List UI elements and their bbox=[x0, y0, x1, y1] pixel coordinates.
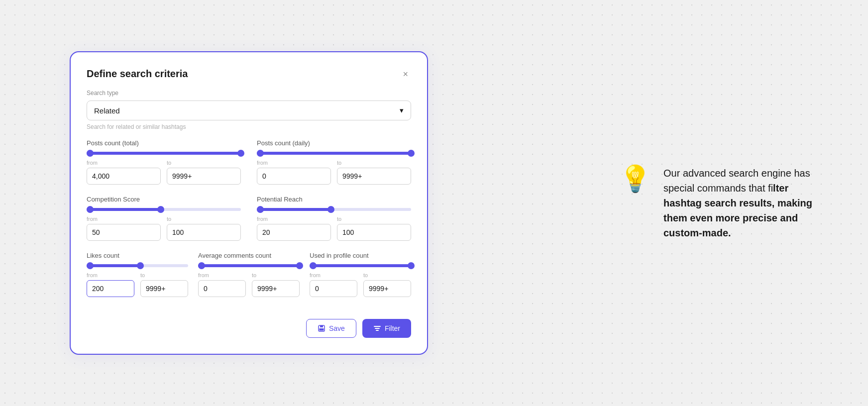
competition-from-group: from bbox=[87, 216, 161, 241]
profile-thumb-left[interactable] bbox=[310, 262, 317, 269]
three-col-row: Likes count from to Average comments cou… bbox=[87, 252, 411, 308]
posts-daily-thumb-left[interactable] bbox=[257, 150, 264, 157]
posts-daily-to-group: to bbox=[337, 160, 411, 185]
posts-total-thumb-left[interactable] bbox=[87, 150, 94, 157]
posts-daily-from-label: from bbox=[257, 160, 331, 166]
save-icon bbox=[318, 324, 326, 332]
likes-range-inputs: from to bbox=[87, 272, 188, 297]
posts-total-to-group: to bbox=[167, 160, 241, 185]
likes-from-label: from bbox=[87, 272, 134, 278]
comments-fill bbox=[198, 264, 300, 267]
posts-total-thumb-right[interactable] bbox=[237, 150, 244, 157]
comments-thumb-right[interactable] bbox=[296, 262, 303, 269]
comments-from-label: from bbox=[198, 272, 246, 278]
likes-fill bbox=[87, 264, 140, 267]
comments-from-group: from bbox=[198, 272, 246, 297]
footer-buttons: Save Filter bbox=[87, 319, 411, 338]
save-button[interactable]: Save bbox=[306, 319, 356, 338]
comments-range-inputs: from to bbox=[198, 272, 300, 297]
profile-from-group: from bbox=[310, 272, 357, 297]
search-type-value: Related bbox=[94, 106, 120, 115]
comments-to-input[interactable] bbox=[252, 280, 300, 297]
reach-to-label: to bbox=[337, 216, 411, 222]
posts-total-from-group: from bbox=[87, 160, 161, 185]
reach-thumb-right[interactable] bbox=[327, 206, 334, 213]
svg-rect-1 bbox=[320, 325, 323, 327]
modal: Define search criteria × Search type Rel… bbox=[70, 51, 428, 355]
competition-to-input[interactable] bbox=[167, 224, 241, 241]
save-label: Save bbox=[329, 324, 345, 332]
posts-daily-from-group: from bbox=[257, 160, 331, 185]
likes-slider[interactable] bbox=[87, 264, 188, 267]
comments-to-label: to bbox=[252, 272, 300, 278]
competition-thumb-left[interactable] bbox=[87, 206, 94, 213]
posts-daily-section: Posts count (daily) from to bbox=[257, 139, 411, 185]
competition-thumb-right[interactable] bbox=[157, 206, 164, 213]
close-button[interactable]: × bbox=[400, 69, 411, 80]
competition-from-label: from bbox=[87, 216, 161, 222]
posts-daily-thumb-right[interactable] bbox=[408, 150, 415, 157]
posts-daily-to-label: to bbox=[337, 160, 411, 166]
posts-total-slider[interactable] bbox=[87, 152, 241, 155]
reach-section: Potential Reach from to bbox=[257, 196, 411, 241]
reach-fill bbox=[257, 208, 331, 211]
sidebar-info: 💡 Our advanced search engine has special… bbox=[619, 166, 828, 240]
competition-label: Competition Score bbox=[87, 196, 241, 203]
reach-thumb-left[interactable] bbox=[257, 206, 264, 213]
comments-label: Average comments count bbox=[198, 252, 300, 259]
filter-button[interactable]: Filter bbox=[362, 319, 411, 338]
profile-thumb-right[interactable] bbox=[408, 262, 415, 269]
competition-section: Competition Score from to bbox=[87, 196, 241, 241]
profile-range-inputs: from to bbox=[310, 272, 411, 297]
sidebar-description: Our advanced search engine has special c… bbox=[663, 166, 828, 240]
profile-fill bbox=[310, 264, 411, 267]
chevron-down-icon: ▾ bbox=[400, 106, 404, 115]
reach-to-input[interactable] bbox=[337, 224, 411, 241]
competition-to-label: to bbox=[167, 216, 241, 222]
posts-total-from-label: from bbox=[87, 160, 161, 166]
posts-total-fill bbox=[87, 152, 241, 155]
posts-daily-to-input[interactable] bbox=[337, 168, 411, 185]
competition-fill bbox=[87, 208, 161, 211]
profile-from-input[interactable] bbox=[310, 280, 357, 297]
profile-slider[interactable] bbox=[310, 264, 411, 267]
search-type-dropdown[interactable]: Related ▾ bbox=[87, 101, 411, 120]
posts-total-from-input[interactable] bbox=[87, 168, 161, 185]
profile-label: Used in profile count bbox=[310, 252, 411, 259]
posts-daily-range-inputs: from to bbox=[257, 160, 411, 185]
posts-daily-fill bbox=[257, 152, 411, 155]
svg-rect-2 bbox=[319, 328, 324, 331]
likes-to-label: to bbox=[140, 272, 188, 278]
posts-daily-slider[interactable] bbox=[257, 152, 411, 155]
likes-from-input[interactable] bbox=[87, 280, 134, 297]
competition-to-group: to bbox=[167, 216, 241, 241]
likes-to-input[interactable] bbox=[140, 280, 188, 297]
reach-slider[interactable] bbox=[257, 208, 411, 211]
likes-thumb-left[interactable] bbox=[87, 262, 94, 269]
profile-to-label: to bbox=[363, 272, 411, 278]
search-type-label: Search type bbox=[87, 90, 411, 97]
competition-slider[interactable] bbox=[87, 208, 241, 211]
posts-total-to-input[interactable] bbox=[167, 168, 241, 185]
profile-to-group: to bbox=[363, 272, 411, 297]
comments-thumb-left[interactable] bbox=[198, 262, 205, 269]
competition-from-input[interactable] bbox=[87, 224, 161, 241]
search-type-hint: Search for related or similar hashtags bbox=[87, 123, 411, 130]
reach-label: Potential Reach bbox=[257, 196, 411, 203]
likes-from-group: from bbox=[87, 272, 134, 297]
posts-total-to-label: to bbox=[167, 160, 241, 166]
likes-thumb-right[interactable] bbox=[137, 262, 144, 269]
posts-daily-from-input[interactable] bbox=[257, 168, 331, 185]
reach-from-group: from bbox=[257, 216, 331, 241]
posts-total-section: Posts count (total) from to bbox=[87, 139, 241, 185]
profile-to-input[interactable] bbox=[363, 280, 411, 297]
likes-to-group: to bbox=[140, 272, 188, 297]
comments-section: Average comments count from to bbox=[198, 252, 300, 297]
comments-from-input[interactable] bbox=[198, 280, 246, 297]
comments-slider[interactable] bbox=[198, 264, 300, 267]
reach-from-input[interactable] bbox=[257, 224, 331, 241]
modal-title: Define search criteria bbox=[87, 68, 188, 80]
profile-from-label: from bbox=[310, 272, 357, 278]
reach-from-label: from bbox=[257, 216, 331, 222]
criteria-grid: Posts count (total) from to Posts count … bbox=[87, 139, 411, 252]
